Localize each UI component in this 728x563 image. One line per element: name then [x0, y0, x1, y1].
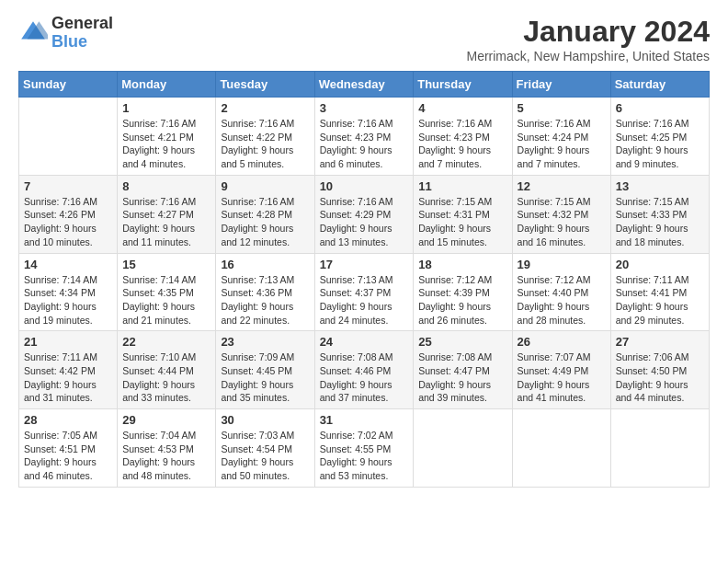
- week-row-1: 7 Sunrise: 7:16 AM Sunset: 4:26 PM Dayli…: [19, 175, 710, 253]
- daylight-text: Daylight: 9 hours and 37 minutes.: [320, 379, 392, 404]
- calendar-cell: 27 Sunrise: 7:06 AM Sunset: 4:50 PM Dayl…: [610, 331, 709, 409]
- sunrise-text: Sunrise: 7:04 AM: [122, 430, 196, 441]
- calendar-cell: 21 Sunrise: 7:11 AM Sunset: 4:42 PM Dayl…: [19, 331, 118, 409]
- week-row-3: 21 Sunrise: 7:11 AM Sunset: 4:42 PM Dayl…: [19, 331, 710, 409]
- daylight-text: Daylight: 9 hours and 28 minutes.: [518, 301, 590, 326]
- daylight-text: Daylight: 9 hours and 19 minutes.: [24, 301, 97, 326]
- day-number: 3: [320, 101, 409, 115]
- logo-icon: [18, 18, 48, 48]
- sunrise-text: Sunrise: 7:16 AM: [221, 196, 294, 207]
- daylight-text: Daylight: 9 hours and 26 minutes.: [418, 301, 491, 326]
- sunset-text: Sunset: 4:40 PM: [518, 287, 589, 298]
- calendar-table: Sunday Monday Tuesday Wednesday Thursday…: [18, 71, 710, 488]
- col-thursday: Thursday: [414, 72, 512, 98]
- sunrise-text: Sunrise: 7:13 AM: [320, 274, 393, 285]
- day-info: Sunrise: 7:07 AM Sunset: 4:49 PM Dayligh…: [518, 350, 606, 405]
- sunset-text: Sunset: 4:50 PM: [616, 365, 688, 376]
- location: Merrimack, New Hampshire, United States: [466, 49, 710, 63]
- calendar-cell: 2 Sunrise: 7:16 AM Sunset: 4:22 PM Dayli…: [216, 98, 314, 176]
- col-saturday: Saturday: [610, 72, 709, 98]
- logo-text: General Blue: [51, 15, 113, 52]
- sunset-text: Sunset: 4:26 PM: [24, 209, 96, 220]
- sunset-text: Sunset: 4:42 PM: [24, 365, 96, 376]
- day-info: Sunrise: 7:15 AM Sunset: 4:33 PM Dayligh…: [616, 195, 704, 249]
- daylight-text: Daylight: 9 hours and 12 minutes.: [221, 223, 293, 247]
- calendar-cell: 15 Sunrise: 7:14 AM Sunset: 4:35 PM Dayl…: [118, 253, 216, 331]
- sunrise-text: Sunrise: 7:06 AM: [616, 351, 689, 362]
- day-info: Sunrise: 7:11 AM Sunset: 4:41 PM Dayligh…: [616, 273, 704, 327]
- month-title: January 2024: [466, 15, 710, 49]
- day-info: Sunrise: 7:11 AM Sunset: 4:42 PM Dayligh…: [24, 350, 112, 405]
- sunset-text: Sunset: 4:44 PM: [122, 365, 194, 376]
- sunrise-text: Sunrise: 7:16 AM: [122, 196, 196, 207]
- sunset-text: Sunset: 4:32 PM: [518, 209, 589, 220]
- calendar-cell: 9 Sunrise: 7:16 AM Sunset: 4:28 PM Dayli…: [216, 175, 314, 253]
- day-number: 14: [24, 258, 112, 271]
- daylight-text: Daylight: 9 hours and 33 minutes.: [122, 379, 195, 404]
- calendar-cell: 31 Sunrise: 7:02 AM Sunset: 4:55 PM Dayl…: [314, 409, 414, 488]
- day-number: 29: [122, 413, 210, 427]
- sunset-text: Sunset: 4:34 PM: [24, 287, 96, 298]
- daylight-text: Daylight: 9 hours and 13 minutes.: [320, 223, 392, 247]
- sunset-text: Sunset: 4:28 PM: [221, 209, 292, 220]
- day-info: Sunrise: 7:16 AM Sunset: 4:23 PM Dayligh…: [320, 117, 409, 171]
- day-info: Sunrise: 7:08 AM Sunset: 4:47 PM Dayligh…: [418, 350, 506, 405]
- header-row: Sunday Monday Tuesday Wednesday Thursday…: [19, 72, 710, 98]
- day-number: 28: [24, 413, 112, 427]
- day-number: 6: [616, 101, 704, 115]
- calendar-cell: 26 Sunrise: 7:07 AM Sunset: 4:49 PM Dayl…: [512, 331, 610, 409]
- sunrise-text: Sunrise: 7:14 AM: [122, 274, 196, 285]
- page-header: General Blue January 2024 Merrimack, New…: [18, 15, 710, 63]
- day-info: Sunrise: 7:10 AM Sunset: 4:44 PM Dayligh…: [122, 350, 210, 405]
- day-number: 9: [221, 179, 309, 193]
- daylight-text: Daylight: 9 hours and 11 minutes.: [122, 223, 195, 247]
- day-info: Sunrise: 7:16 AM Sunset: 4:22 PM Dayligh…: [221, 117, 309, 171]
- day-info: Sunrise: 7:02 AM Sunset: 4:55 PM Dayligh…: [320, 429, 409, 483]
- calendar-cell: 29 Sunrise: 7:04 AM Sunset: 4:53 PM Dayl…: [118, 409, 216, 488]
- sunrise-text: Sunrise: 7:05 AM: [24, 430, 97, 441]
- sunset-text: Sunset: 4:21 PM: [122, 132, 194, 143]
- daylight-text: Daylight: 9 hours and 50 minutes.: [221, 456, 293, 481]
- sunrise-text: Sunrise: 7:12 AM: [418, 274, 492, 285]
- sunset-text: Sunset: 4:23 PM: [418, 132, 490, 143]
- sunrise-text: Sunrise: 7:16 AM: [122, 118, 196, 129]
- sunset-text: Sunset: 4:53 PM: [122, 443, 194, 454]
- sunset-text: Sunset: 4:47 PM: [418, 365, 490, 376]
- sunset-text: Sunset: 4:51 PM: [24, 443, 96, 454]
- calendar-cell: 3 Sunrise: 7:16 AM Sunset: 4:23 PM Dayli…: [314, 98, 414, 176]
- day-info: Sunrise: 7:16 AM Sunset: 4:25 PM Dayligh…: [616, 117, 704, 171]
- calendar-cell: [19, 98, 118, 176]
- calendar-cell: [512, 409, 610, 488]
- day-info: Sunrise: 7:13 AM Sunset: 4:36 PM Dayligh…: [221, 273, 309, 327]
- calendar-cell: 10 Sunrise: 7:16 AM Sunset: 4:29 PM Dayl…: [314, 175, 414, 253]
- day-number: 7: [24, 179, 112, 193]
- sunset-text: Sunset: 4:45 PM: [221, 365, 292, 376]
- day-info: Sunrise: 7:09 AM Sunset: 4:45 PM Dayligh…: [221, 350, 309, 405]
- day-number: 10: [320, 179, 409, 193]
- daylight-text: Daylight: 9 hours and 5 minutes.: [221, 144, 293, 169]
- day-number: 18: [418, 258, 506, 271]
- day-number: 17: [320, 258, 409, 271]
- calendar-cell: 25 Sunrise: 7:08 AM Sunset: 4:47 PM Dayl…: [414, 331, 512, 409]
- sunrise-text: Sunrise: 7:12 AM: [518, 274, 591, 285]
- calendar-cell: 1 Sunrise: 7:16 AM Sunset: 4:21 PM Dayli…: [118, 98, 216, 176]
- daylight-text: Daylight: 9 hours and 53 minutes.: [320, 456, 392, 481]
- sunrise-text: Sunrise: 7:14 AM: [24, 274, 97, 285]
- sunset-text: Sunset: 4:35 PM: [122, 287, 194, 298]
- col-sunday: Sunday: [19, 72, 118, 98]
- calendar-cell: 16 Sunrise: 7:13 AM Sunset: 4:36 PM Dayl…: [216, 253, 314, 331]
- daylight-text: Daylight: 9 hours and 31 minutes.: [24, 379, 97, 404]
- day-info: Sunrise: 7:16 AM Sunset: 4:26 PM Dayligh…: [24, 195, 112, 249]
- day-info: Sunrise: 7:15 AM Sunset: 4:31 PM Dayligh…: [418, 195, 506, 249]
- sunrise-text: Sunrise: 7:08 AM: [320, 351, 393, 362]
- sunset-text: Sunset: 4:37 PM: [320, 287, 392, 298]
- sunrise-text: Sunrise: 7:07 AM: [518, 351, 591, 362]
- daylight-text: Daylight: 9 hours and 18 minutes.: [616, 223, 688, 247]
- day-number: 26: [518, 335, 606, 349]
- logo: General Blue: [18, 15, 113, 52]
- calendar-cell: 17 Sunrise: 7:13 AM Sunset: 4:37 PM Dayl…: [314, 253, 414, 331]
- calendar-cell: 13 Sunrise: 7:15 AM Sunset: 4:33 PM Dayl…: [610, 175, 709, 253]
- day-info: Sunrise: 7:14 AM Sunset: 4:34 PM Dayligh…: [24, 273, 112, 327]
- daylight-text: Daylight: 9 hours and 7 minutes.: [418, 144, 491, 169]
- daylight-text: Daylight: 9 hours and 46 minutes.: [24, 456, 97, 481]
